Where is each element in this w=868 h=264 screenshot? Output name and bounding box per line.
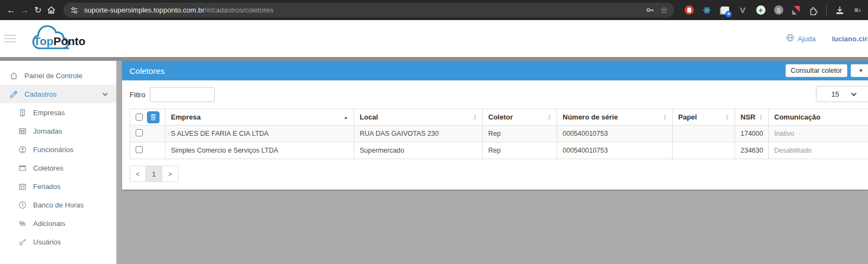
chevron-down-icon bbox=[103, 91, 108, 96]
help-label: Ajuda bbox=[797, 35, 815, 43]
user-menu[interactable]: luciano.cirin bbox=[832, 35, 868, 43]
row-checkbox[interactable] bbox=[136, 146, 143, 153]
cell-numero-serie: 000540010753 bbox=[557, 125, 673, 142]
sidebar-item-label: Painel de Controle bbox=[24, 72, 82, 80]
column-header-comunicacao[interactable]: Comunicação bbox=[769, 109, 868, 125]
column-header-empresa[interactable]: Empresa▲ bbox=[165, 109, 354, 125]
percent-icon: % bbox=[18, 219, 27, 228]
badge-star-icon: ★ bbox=[725, 11, 732, 17]
sidebar: Painel de Controle Cadastros Empresas Jo… bbox=[0, 61, 117, 264]
s-extension-icon[interactable]: S bbox=[774, 5, 783, 15]
sidebar-item-label: Banco de Horas bbox=[33, 201, 84, 209]
table-row[interactable]: Simples Comercio e Serviços LTDA Superme… bbox=[130, 142, 868, 159]
cell-comunicacao: Desabilitado bbox=[769, 142, 868, 159]
sidebar-item-label: Funcionários bbox=[33, 146, 73, 154]
vue-devtools-icon[interactable]: V bbox=[738, 5, 748, 15]
sort-icon: ▲▼ bbox=[473, 114, 477, 120]
column-header-coletor[interactable]: Coletor▲▼ bbox=[483, 109, 557, 125]
menu-toggle-icon[interactable] bbox=[4, 32, 21, 45]
row-checkbox[interactable] bbox=[136, 129, 143, 136]
user-circle-icon bbox=[18, 146, 27, 154]
cell-coletor: Rep bbox=[483, 125, 557, 142]
select-all-checkbox[interactable] bbox=[136, 114, 143, 121]
trash-icon bbox=[150, 114, 156, 121]
page-size-select[interactable]: 15 bbox=[816, 86, 868, 102]
table-row[interactable]: S ALVES DE FARIA E CIA LTDA RUA DAS GAIV… bbox=[130, 125, 868, 142]
logo-text-ponto: Ponto bbox=[54, 35, 86, 47]
sidebar-item-painel-de-controle[interactable]: Painel de Controle bbox=[0, 66, 116, 85]
url-domain: suporte-supersimples.topponto.com.br bbox=[84, 6, 205, 14]
sidebar-item-empresas[interactable]: Empresas bbox=[0, 103, 116, 122]
sort-icon: ▲▼ bbox=[663, 114, 667, 120]
home-icon bbox=[9, 72, 18, 80]
sidebar-item-jornadas[interactable]: Jornadas bbox=[0, 122, 116, 140]
cell-comunicacao: Inativo bbox=[769, 125, 868, 142]
home-button[interactable] bbox=[46, 3, 57, 18]
next-page-button[interactable]: > bbox=[162, 166, 178, 182]
key-icon bbox=[18, 238, 27, 246]
cell-local: RUA DAS GAIVOTAS 230 bbox=[354, 125, 483, 142]
sidebar-item-label: Feriados bbox=[33, 183, 61, 191]
column-header-nsr[interactable]: NSR▲▼ bbox=[735, 109, 769, 125]
back-button[interactable]: ← bbox=[5, 3, 17, 18]
sidebar-item-label: Jornadas bbox=[33, 127, 62, 135]
sidebar-item-feriados[interactable]: Feriados bbox=[0, 177, 116, 196]
clock-icon bbox=[18, 201, 27, 209]
forward-button[interactable]: → bbox=[19, 3, 30, 18]
filter-label: Filtro bbox=[130, 91, 145, 99]
adblock-extension-icon[interactable] bbox=[684, 5, 694, 15]
building-icon bbox=[18, 109, 27, 117]
page-size-value: 15 bbox=[831, 90, 839, 98]
sidebar-item-banco-de-horas[interactable]: Banco de Horas bbox=[0, 196, 116, 214]
site-settings-icon[interactable] bbox=[70, 6, 79, 15]
sidebar-item-coletores[interactable]: Coletores bbox=[0, 159, 116, 177]
extensions-puzzle-icon[interactable] bbox=[808, 5, 818, 15]
cell-numero-serie: 000540010753 bbox=[557, 142, 673, 159]
back-icon: ← bbox=[7, 5, 15, 15]
cell-coletor: Rep bbox=[483, 142, 557, 159]
react-devtools-icon[interactable] bbox=[702, 5, 712, 15]
filter-input[interactable] bbox=[150, 87, 215, 102]
sidebar-item-funcionarios[interactable]: Funcionários bbox=[0, 140, 116, 159]
flag-extension-icon[interactable] bbox=[792, 6, 800, 15]
column-header-local[interactable]: Local▲▼ bbox=[354, 109, 483, 125]
sort-icon: ▲▼ bbox=[547, 114, 551, 120]
prev-page-button[interactable]: < bbox=[130, 166, 146, 182]
column-header-numero-de-serie[interactable]: Número de série▲▼ bbox=[557, 109, 673, 125]
cell-local: Supermercado bbox=[354, 142, 483, 159]
sidebar-item-cadastros[interactable]: Cadastros bbox=[0, 85, 116, 103]
cell-empresa: Simples Comercio e Serviços LTDA bbox=[165, 142, 354, 159]
header-shadow bbox=[0, 57, 868, 61]
downloads-icon[interactable] bbox=[835, 5, 845, 15]
cell-papel bbox=[673, 125, 735, 142]
help-link[interactable]: Ajuda bbox=[786, 34, 815, 43]
address-bar[interactable]: suporte-supersimples.topponto.com.br/#/c… bbox=[63, 3, 674, 17]
column-header-papel[interactable]: Papel▲▼ bbox=[673, 109, 735, 125]
window-extension-icon[interactable]: ★ bbox=[720, 5, 730, 15]
svg-text:TopPonto: TopPonto bbox=[34, 35, 86, 47]
sidebar-item-usuarios[interactable]: Usuários bbox=[0, 232, 116, 251]
bookmark-star-icon[interactable]: ☆ bbox=[660, 5, 668, 15]
select-all-header-cell bbox=[130, 109, 165, 125]
url-text[interactable]: suporte-supersimples.topponto.com.br/#/c… bbox=[84, 6, 640, 14]
row-select-cell bbox=[130, 125, 165, 142]
filter-row: Filtro 15 bbox=[130, 86, 860, 103]
topponto-logo[interactable]: TopPonto bbox=[25, 22, 90, 55]
reload-button[interactable]: ↻ bbox=[33, 3, 44, 18]
add-extension-icon[interactable]: + bbox=[756, 5, 765, 15]
delete-button[interactable] bbox=[147, 111, 159, 123]
add-coletor-button[interactable]: + bbox=[851, 64, 868, 77]
url-path: /#/cadastros/coletores bbox=[205, 6, 273, 14]
sidebar-item-adicionais[interactable]: % Adicionais bbox=[0, 214, 116, 232]
playlist-icon[interactable]: ≡♪ bbox=[853, 5, 863, 15]
page-1-button[interactable]: 1 bbox=[146, 166, 162, 182]
consultar-coletor-button[interactable]: Consultar coletor bbox=[786, 64, 848, 77]
cell-nsr: 234630 bbox=[735, 142, 769, 159]
password-key-icon[interactable] bbox=[646, 5, 655, 15]
home-icon bbox=[47, 5, 56, 15]
logo-text-top: Top bbox=[34, 35, 54, 47]
sidebar-item-label: Adicionais bbox=[33, 219, 65, 228]
cell-papel bbox=[673, 142, 735, 159]
app-header: TopPonto Ajuda luciano.cirin bbox=[0, 20, 868, 57]
sidebar-item-label: Usuários bbox=[33, 238, 61, 246]
